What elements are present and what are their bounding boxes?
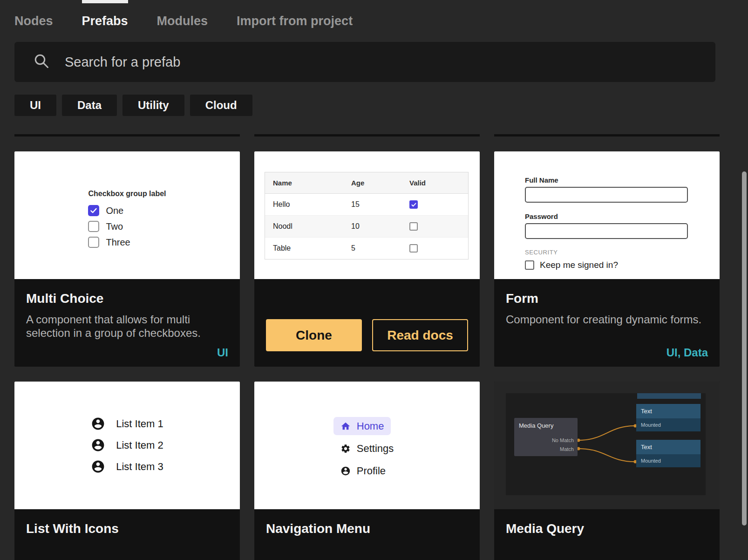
search-icon <box>33 53 50 71</box>
keep-signed-in-row[interactable]: Keep me signed in? <box>525 260 720 270</box>
nav-item-label: Home <box>357 420 384 432</box>
card-title: Navigation Menu <box>266 521 468 536</box>
checkbox-option[interactable]: Three <box>88 237 166 248</box>
list-item: List Item 3 <box>91 459 163 474</box>
table-cell-name: Hello <box>273 200 351 209</box>
table-preview: Name Age Valid Hello 15 Noodl 10 <box>254 151 480 279</box>
text-node: Text Mounted <box>636 404 700 431</box>
table-header-name: Name <box>273 179 351 187</box>
checkbox-option[interactable]: One <box>88 205 166 216</box>
table-cell-name: Noodl <box>273 222 351 231</box>
person-icon <box>91 417 105 431</box>
checkbox-option[interactable]: Two <box>88 221 166 232</box>
multi-choice-preview: Checkbox group label One Two Three <box>14 151 240 279</box>
tab-modules[interactable]: Modules <box>157 0 208 42</box>
card-title: Media Query <box>506 521 708 536</box>
table-header-valid: Valid <box>409 179 468 187</box>
checkbox-option-label: Three <box>106 237 130 248</box>
media-query-node: Media Query No Match Match <box>514 418 578 456</box>
checkbox-unchecked-icon[interactable] <box>409 244 418 253</box>
list-item: List Item 1 <box>91 417 163 431</box>
person-icon <box>91 438 105 452</box>
tab-import-from-project[interactable]: Import from project <box>237 0 353 42</box>
node-graph-screenshot: Media Query No Match Match Text Mounted … <box>506 393 706 495</box>
card-actions: Clone Read docs <box>254 279 480 367</box>
filter-bar: UI Data Utility Cloud <box>14 95 748 116</box>
previous-card-edge <box>254 134 480 137</box>
prefab-grid: Checkbox group label One Two Three <box>14 134 748 560</box>
password-label: Password <box>525 212 720 220</box>
prefab-card-media-query[interactable]: Media Query No Match Match Text Mounted … <box>494 382 720 560</box>
node-port-mounted: Mounted <box>636 454 700 467</box>
person-icon <box>91 459 105 474</box>
table-cell-age: 5 <box>351 244 409 253</box>
form-preview: Full Name Password SECURITY Keep me sign… <box>494 151 720 279</box>
card-title: Form <box>506 291 708 306</box>
clone-button[interactable]: Clone <box>266 319 362 351</box>
table-cell-name: Table <box>273 244 351 253</box>
checkbox-checked-icon[interactable] <box>409 200 418 209</box>
prefab-card-form[interactable]: Full Name Password SECURITY Keep me sign… <box>494 151 720 367</box>
checkbox-option-label: One <box>106 205 123 216</box>
nav-item-home[interactable]: Home <box>333 417 391 435</box>
table-header-row: Name Age Valid <box>265 172 468 194</box>
filter-utility[interactable]: Utility <box>122 95 184 116</box>
nav-item-label: Profile <box>357 465 386 477</box>
prefab-card-table[interactable]: Name Age Valid Hello 15 Noodl 10 <box>254 151 480 367</box>
password-input[interactable] <box>525 223 688 239</box>
card-info: List With Icons <box>14 509 240 560</box>
table-row: Hello 15 <box>265 194 468 216</box>
full-name-label: Full Name <box>525 176 720 184</box>
search-input[interactable] <box>64 54 715 70</box>
card-info: Multi Choice A component that allows for… <box>14 279 240 367</box>
table-header-age: Age <box>351 179 409 187</box>
read-docs-button[interactable]: Read docs <box>372 319 468 351</box>
node-output-match: Match <box>552 445 574 454</box>
preview-table: Name Age Valid Hello 15 Noodl 10 <box>265 172 469 260</box>
prefab-card-multi-choice[interactable]: Checkbox group label One Two Three <box>14 151 240 367</box>
checkbox-unchecked-icon[interactable] <box>88 221 99 232</box>
card-tags: UI, Data <box>666 346 708 359</box>
checkbox-unchecked-icon[interactable] <box>409 222 418 231</box>
checkbox-group-label: Checkbox group label <box>88 190 166 198</box>
prefab-browser: Nodes Prefabs Modules Import from projec… <box>0 0 748 560</box>
tab-nodes[interactable]: Nodes <box>14 0 53 42</box>
tab-prefabs[interactable]: Prefabs <box>82 0 128 42</box>
table-row: Table 5 <box>265 238 468 259</box>
nav-preview: Home Settings Profile <box>254 382 480 509</box>
checkbox-unchecked-icon[interactable] <box>525 260 534 270</box>
checkbox-option-label: Two <box>106 221 123 232</box>
prefab-card-navigation-menu[interactable]: Home Settings Profile Navigation Menu <box>254 382 480 560</box>
card-description: A component that allows for multi select… <box>26 313 228 340</box>
list-item-label: List Item 3 <box>116 461 163 473</box>
previous-card-edge <box>14 134 240 137</box>
search-bar <box>14 42 715 82</box>
prefab-card-list-with-icons[interactable]: List Item 1 List Item 2 List Item 3 List… <box>14 382 240 560</box>
nav-item-settings[interactable]: Settings <box>333 439 401 458</box>
previous-card-edge <box>494 134 720 137</box>
security-section-label: SECURITY <box>525 249 720 256</box>
table-row: Noodl 10 <box>265 216 468 238</box>
media-query-preview: Media Query No Match Match Text Mounted … <box>494 382 720 509</box>
card-info: Navigation Menu <box>254 509 480 560</box>
checkbox-unchecked-icon[interactable] <box>88 237 99 248</box>
vertical-scrollbar[interactable] <box>742 171 747 526</box>
filter-data[interactable]: Data <box>62 95 117 116</box>
keep-signed-in-label: Keep me signed in? <box>540 260 618 270</box>
full-name-input[interactable] <box>525 187 688 203</box>
card-title: Multi Choice <box>26 291 228 306</box>
card-info: Form Component for creating dynamic form… <box>494 279 720 367</box>
nav-item-profile[interactable]: Profile <box>333 462 393 480</box>
card-tags: UI <box>217 346 228 359</box>
list-preview: List Item 1 List Item 2 List Item 3 <box>14 382 240 509</box>
filter-ui[interactable]: UI <box>14 95 56 116</box>
person-icon <box>340 466 351 476</box>
node-output-no-match: No Match <box>552 436 574 445</box>
card-description: Component for creating dynamic forms. <box>506 313 708 326</box>
checkbox-checked-icon[interactable] <box>88 205 99 216</box>
node-title: Media Query <box>514 418 578 429</box>
nav-item-label: Settings <box>357 443 394 455</box>
gear-icon <box>340 444 351 454</box>
node-title: Text <box>636 404 700 418</box>
filter-cloud[interactable]: Cloud <box>190 95 252 116</box>
